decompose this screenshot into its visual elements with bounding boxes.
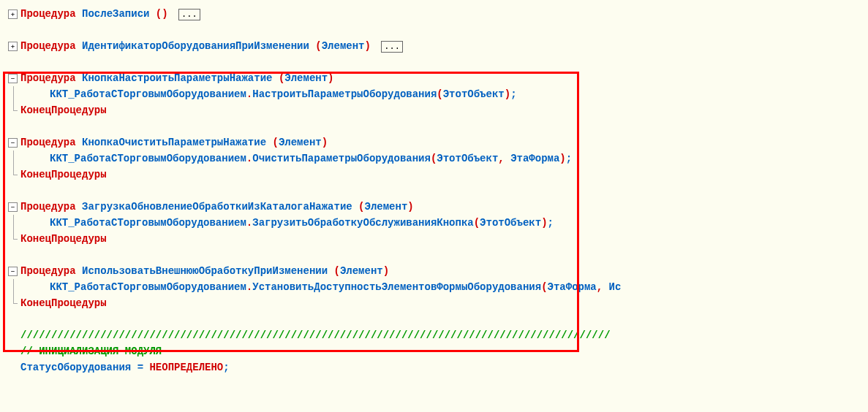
code-line[interactable]: ККТ_РаботаСТорговымОборудованием.Загрузи… [20, 215, 868, 231]
comment-text: // ИНИЦИАЛИЗАЦИЯ МОДУЛЯ [20, 346, 162, 357]
fold-toggle[interactable]: + [8, 42, 18, 51]
code-line[interactable]: КонецПроцедуры [20, 295, 868, 311]
code-line[interactable]: КонецПроцедуры [20, 102, 868, 118]
argument: ЭтотОбъект [443, 88, 505, 100]
comment-separator: ////////////////////////////////////////… [20, 329, 611, 341]
keyword-endprocedure: КонецПроцедуры [20, 233, 107, 245]
method-name: УстановитьДоступностьЭлементовФормыОбору… [252, 281, 541, 293]
code-line[interactable]: ////////////////////////////////////////… [20, 327, 868, 343]
keyword-endprocedure: КонецПроцедуры [20, 169, 107, 180]
code-line[interactable]: ККТ_РаботаСТорговымОборудованием.Настрои… [20, 86, 868, 102]
paren-open: ( [156, 8, 162, 20]
procedure-name: ПослеЗаписи [82, 8, 149, 20]
param: Элемент [279, 137, 322, 148]
param: Элемент [340, 265, 383, 277]
code-line[interactable]: Процедура ИдентификаторОборудованияПриИз… [20, 38, 868, 54]
code-line[interactable]: СтатусОборудования = НЕОПРЕДЕЛЕНО; [20, 359, 868, 375]
collapsed-indicator[interactable]: ... [381, 41, 403, 53]
code-line[interactable]: Процедура КнопкаНастроитьПараметрыНажати… [20, 70, 868, 86]
method-name: ЗагрузитьОбработкуОбслуживанияКнопка [252, 217, 473, 229]
object-name: ККТ_РаботаСТорговымОборудованием [50, 217, 246, 229]
fold-toggle[interactable]: − [8, 74, 18, 83]
param: Элемент [365, 201, 408, 213]
paren-close: ) [162, 8, 167, 20]
variable-name: СтатусОборудования [20, 362, 131, 373]
code-line[interactable]: Процедура ПослеЗаписи () ... [20, 6, 868, 22]
procedure-name: ЗагрузкаОбновлениеОбработкиИзКаталогаНаж… [82, 201, 352, 213]
object-name: ККТ_РаботаСТорговымОборудованием [50, 281, 246, 293]
code-line[interactable]: Процедура КнопкаОчиститьПараметрыНажатие… [20, 134, 868, 150]
code-line[interactable]: ККТ_РаботаСТорговымОборудованием.Очистит… [20, 150, 868, 167]
fold-toggle[interactable]: − [8, 267, 18, 276]
object-name: ККТ_РаботаСТорговымОборудованием [50, 88, 246, 100]
code-line[interactable]: ККТ_РаботаСТорговымОборудованием.Установ… [20, 279, 868, 295]
keyword-undefined: НЕОПРЕДЕЛЕНО [149, 362, 223, 373]
collapsed-indicator[interactable]: ... [178, 9, 200, 20]
code-line[interactable]: КонецПроцедуры [20, 167, 868, 183]
argument-truncated: Ис [609, 281, 622, 293]
code-line[interactable]: // ИНИЦИАЛИЗАЦИЯ МОДУЛЯ [20, 343, 868, 359]
argument: ЭтаФорма [548, 281, 597, 293]
method-name: ОчиститьПараметрыОборудования [252, 153, 431, 164]
argument: ЭтотОбъект [480, 217, 541, 229]
fold-toggle[interactable]: + [8, 9, 18, 19]
keyword-procedure: Процедура [20, 40, 76, 52]
code-line[interactable]: Процедура ЗагрузкаОбновлениеОбработкиИзК… [20, 199, 868, 215]
argument: ЭтотОбъект [437, 153, 498, 164]
fold-toggle[interactable]: − [8, 202, 18, 212]
keyword-procedure: Процедура [20, 72, 76, 84]
param: Элемент [284, 72, 328, 84]
keyword-endprocedure: КонецПроцедуры [20, 297, 107, 309]
code-line[interactable]: Процедура ИспользоватьВнешнююОбработкуПр… [20, 263, 868, 279]
procedure-name: ИдентификаторОборудованияПриИзменении [82, 40, 309, 52]
param: Элемент [322, 40, 365, 52]
keyword-endprocedure: КонецПроцедуры [20, 104, 107, 116]
object-name: ККТ_РаботаСТорговымОборудованием [50, 153, 246, 164]
keyword-procedure: Процедура [20, 265, 76, 277]
code-line[interactable]: КонецПроцедуры [20, 231, 868, 247]
argument: ЭтаФорма [510, 153, 559, 164]
keyword-procedure: Процедура [20, 201, 76, 213]
keyword-procedure: Процедура [20, 137, 76, 148]
procedure-name: КнопкаОчиститьПараметрыНажатие [82, 137, 266, 148]
procedure-name: КнопкаНастроитьПараметрыНажатие [82, 72, 272, 84]
procedure-name: ИспользоватьВнешнююОбработкуПриИзменении [82, 265, 328, 277]
fold-toggle[interactable]: − [8, 138, 18, 148]
keyword-procedure: Процедура [20, 8, 76, 20]
method-name: НастроитьПараметрыОборудования [252, 88, 437, 100]
